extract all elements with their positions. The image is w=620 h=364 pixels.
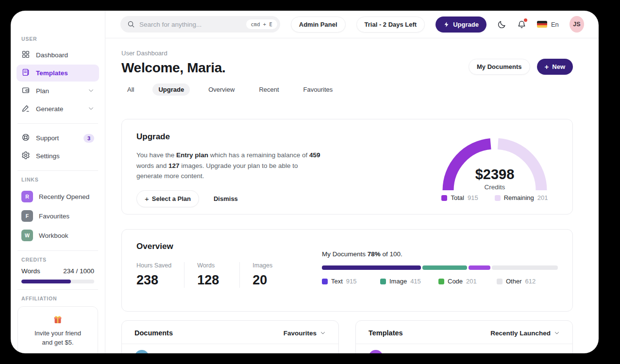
tab-upgrade[interactable]: Upgrade bbox=[152, 83, 190, 96]
gauge-label: Credits bbox=[485, 183, 505, 191]
search-bar[interactable]: cmd + E bbox=[120, 16, 280, 33]
breadcrumb: User Dashboard bbox=[121, 50, 225, 57]
overview-stats: Hours Saved 238 Words 128 Images 20 bbox=[136, 262, 322, 288]
credits-progress-fill bbox=[21, 280, 71, 283]
documents-filter-dropdown[interactable]: Favourites bbox=[284, 330, 326, 337]
credits-words-label: Words bbox=[21, 267, 40, 275]
notifications-button[interactable] bbox=[517, 20, 526, 29]
germany-flag-icon bbox=[537, 21, 547, 28]
upgrade-button[interactable]: Upgrade bbox=[436, 17, 486, 33]
stat-words: Words 128 bbox=[197, 262, 240, 288]
sidebar-link-workbook[interactable]: W Workbook bbox=[17, 226, 99, 245]
tab-recent[interactable]: Recent bbox=[253, 83, 285, 96]
sidebar-link-favourites[interactable]: F Favourites bbox=[17, 207, 99, 225]
documents-card: Documents Favourites Untitled Document i… bbox=[121, 320, 339, 353]
upgrade-card-title: Upgrade bbox=[136, 132, 355, 142]
sidebar: USER Dashboard Templates Plan Generate S… bbox=[11, 11, 105, 353]
affiliation-text: Invite your friend and get $5. bbox=[23, 329, 93, 347]
user-avatar[interactable]: JS bbox=[570, 16, 584, 33]
sidebar-item-dashboard[interactable]: Dashboard bbox=[17, 47, 99, 64]
chevron-down-icon bbox=[88, 105, 94, 113]
app-window: USER Dashboard Templates Plan Generate S… bbox=[11, 11, 599, 353]
link-avatar: F bbox=[21, 210, 33, 222]
documents-progress: My Documents 78% of 100. Text 915 bbox=[322, 242, 558, 299]
sidebar-item-generate[interactable]: Generate bbox=[17, 100, 99, 117]
bar-segment-other bbox=[492, 265, 558, 270]
sidebar-divider bbox=[17, 123, 98, 124]
sidebar-link-label: Workbook bbox=[39, 232, 68, 239]
templates-card: Templates Recently Launched Blog Post Ti… bbox=[355, 320, 573, 353]
template-list-item[interactable]: Blog Post Title in Workbook bbox=[356, 344, 572, 353]
moon-icon bbox=[497, 20, 506, 29]
legend-remaining: Remaining 201 bbox=[495, 194, 548, 201]
sidebar-section-links-label: LINKS bbox=[17, 177, 99, 182]
sidebar-item-templates[interactable]: Templates bbox=[17, 65, 99, 82]
templates-filter-dropdown[interactable]: Recently Launched bbox=[490, 330, 560, 337]
bar-segment-image bbox=[422, 265, 468, 270]
plus-icon: + bbox=[145, 195, 149, 203]
dismiss-button[interactable]: Dismiss bbox=[214, 195, 238, 202]
admin-panel-button[interactable]: Admin Panel bbox=[291, 17, 346, 33]
credits-words-value: 234 / 1000 bbox=[63, 267, 94, 275]
select-plan-button[interactable]: + Select a Plan bbox=[136, 190, 199, 207]
templates-card-title: Templates bbox=[369, 329, 403, 337]
stacked-progress-bar bbox=[322, 265, 558, 270]
chevron-down-icon bbox=[88, 87, 94, 95]
sidebar-item-label: Templates bbox=[36, 69, 68, 77]
sidebar-section-user-label: USER bbox=[17, 36, 99, 42]
document-list-item[interactable]: Untitled Document in Workbook bbox=[122, 344, 338, 353]
sidebar-item-support[interactable]: Support 3 bbox=[17, 130, 99, 147]
trial-status-button[interactable]: Trial - 2 Days Left bbox=[356, 17, 425, 33]
gauge-legend: Total 915 Remaining 201 bbox=[441, 194, 548, 201]
search-input[interactable] bbox=[139, 21, 242, 28]
wallet-icon bbox=[21, 86, 30, 96]
dark-mode-toggle[interactable] bbox=[497, 20, 506, 29]
sidebar-section-credits-label: CREDITS bbox=[17, 257, 99, 263]
filter-tabs: All Upgrade Overview Recent Favourites bbox=[121, 83, 573, 96]
sidebar-item-plan[interactable]: Plan bbox=[17, 83, 99, 99]
credits-progress-bar bbox=[21, 280, 94, 283]
sidebar-section-affiliation-label: AFFILIATION bbox=[17, 296, 99, 301]
documents-card-title: Documents bbox=[134, 329, 173, 337]
my-documents-button[interactable]: My Documents bbox=[469, 59, 530, 75]
gear-icon bbox=[21, 151, 30, 161]
legend-text: Text 915 bbox=[322, 278, 380, 285]
bar-segment-code bbox=[469, 265, 490, 270]
legend-remaining-swatch bbox=[495, 195, 501, 201]
sidebar-divider bbox=[17, 250, 98, 251]
bar-legend: Text 915 Image 415 Code 201 bbox=[322, 278, 558, 285]
sidebar-link-label: Recently Opened bbox=[39, 193, 89, 200]
sidebar-item-label: Dashboard bbox=[36, 51, 68, 59]
page-title: Welcome, Maria. bbox=[121, 60, 225, 76]
credits-words-row: Words 234 / 1000 bbox=[17, 267, 99, 275]
support-count-badge: 3 bbox=[84, 134, 94, 143]
dashboard-grid-icon bbox=[21, 50, 30, 60]
language-selector[interactable]: En bbox=[537, 21, 559, 28]
plus-icon: + bbox=[545, 63, 549, 71]
legend-total-swatch bbox=[441, 195, 447, 201]
documents-progress-caption: My Documents 78% of 100. bbox=[322, 250, 558, 258]
new-button[interactable]: + New bbox=[537, 59, 573, 75]
templates-document-icon bbox=[21, 68, 30, 78]
tab-favourites[interactable]: Favourites bbox=[298, 83, 339, 96]
sidebar-link-recently-opened[interactable]: R Recently Opened bbox=[17, 187, 99, 206]
sidebar-item-settings[interactable]: Settings bbox=[17, 148, 99, 165]
pencil-icon bbox=[21, 104, 30, 114]
lifebuoy-icon bbox=[21, 133, 30, 143]
gauge-chart: $2398 Credits bbox=[436, 132, 553, 191]
link-avatar: R bbox=[21, 191, 33, 202]
tab-overview[interactable]: Overview bbox=[202, 83, 240, 96]
stat-hours-saved: Hours Saved 238 bbox=[136, 262, 184, 288]
chevron-down-icon bbox=[554, 330, 560, 336]
upgrade-card: Upgrade You have the Entry plan which ha… bbox=[121, 119, 573, 215]
tab-all[interactable]: All bbox=[121, 83, 140, 96]
link-avatar: W bbox=[21, 230, 33, 241]
gauge-amount: $2398 bbox=[475, 166, 515, 182]
topbar: cmd + E Admin Panel Trial - 2 Days Left … bbox=[105, 11, 599, 38]
bottom-cards: Documents Favourites Untitled Document i… bbox=[121, 320, 573, 353]
legend-other: Other 612 bbox=[497, 278, 555, 285]
legend-code: Code 201 bbox=[438, 278, 497, 285]
header-actions: My Documents + New bbox=[469, 59, 573, 75]
template-avatar bbox=[369, 350, 383, 353]
sidebar-item-label: Support bbox=[36, 134, 59, 142]
